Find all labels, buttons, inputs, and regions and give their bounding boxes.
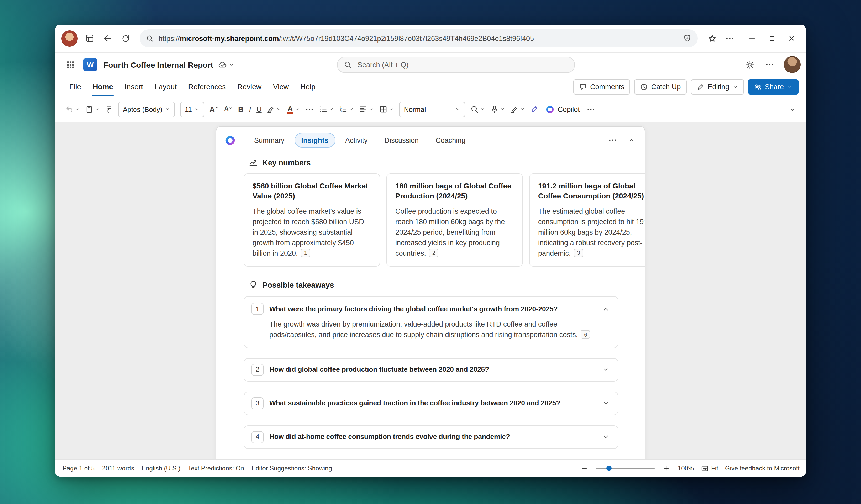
- shrink-font-button[interactable]: A: [221, 101, 235, 118]
- favorites-icon[interactable]: [703, 29, 721, 47]
- font-size-select[interactable]: 11: [180, 101, 204, 117]
- zoom-in-icon[interactable]: [661, 464, 671, 473]
- undo-button[interactable]: [63, 101, 82, 118]
- key-number-card[interactable]: $580 billion Global Coffee Market Value …: [244, 173, 380, 267]
- address-bar[interactable]: https://microsoft-my.sharepoint.com/:w:/…: [140, 29, 698, 47]
- header-right-actions: [741, 53, 801, 77]
- comments-button[interactable]: Comments: [573, 79, 630, 94]
- tab-summary[interactable]: Summary: [247, 133, 291, 148]
- copilot-panel-header: Summary Insights Activity Discussion Coa…: [216, 126, 645, 148]
- more-toolbar-icon[interactable]: [584, 101, 598, 118]
- app-header: W Fourth Coffee Internal Report: [55, 53, 806, 77]
- editing-mode-button[interactable]: Editing: [691, 79, 744, 94]
- takeaway-item[interactable]: 3 What sustainable practices gained trac…: [244, 391, 618, 415]
- borders-table-button[interactable]: [377, 101, 397, 118]
- takeaway-item[interactable]: 4 How did at-home coffee consumption tre…: [244, 425, 618, 449]
- tab-coaching[interactable]: Coaching: [429, 133, 472, 148]
- browser-profile-avatar[interactable]: [62, 30, 78, 46]
- page-count[interactable]: Page 1 of 5: [63, 465, 95, 472]
- language-indicator[interactable]: English (U.S.): [141, 465, 180, 472]
- catch-up-label: Catch Up: [651, 83, 681, 91]
- key-number-card[interactable]: 180 million bags of Global Coffee Produc…: [386, 173, 523, 267]
- menu-home[interactable]: Home: [87, 77, 119, 97]
- text-predictions-toggle[interactable]: Text Predictions: On: [188, 465, 244, 472]
- menu-help[interactable]: Help: [295, 77, 321, 97]
- menu-references[interactable]: References: [182, 77, 232, 97]
- menu-review[interactable]: Review: [232, 77, 267, 97]
- fit-icon: [701, 464, 709, 472]
- account-avatar[interactable]: [784, 56, 801, 73]
- align-button[interactable]: [357, 101, 377, 118]
- document-title[interactable]: Fourth Coffee Internal Report: [104, 60, 213, 69]
- zoom-out-icon[interactable]: [579, 464, 589, 473]
- word-count[interactable]: 2011 words: [102, 465, 134, 472]
- workspaces-icon[interactable]: [81, 29, 99, 47]
- title-chevron-down-icon[interactable]: [228, 62, 235, 68]
- zoom-level[interactable]: 100%: [678, 465, 694, 472]
- word-logo-letter: W: [87, 60, 94, 69]
- search-input[interactable]: [356, 60, 568, 69]
- font-color-button[interactable]: A: [284, 101, 303, 118]
- bullets-button[interactable]: [317, 101, 337, 118]
- citation-badge[interactable]: 6: [581, 330, 590, 339]
- tab-discussion[interactable]: Discussion: [378, 133, 426, 148]
- menu-file[interactable]: File: [64, 77, 87, 97]
- takeaway-question: How did at-home coffee consumption trend…: [269, 432, 597, 441]
- zoom-slider-knob[interactable]: [606, 466, 611, 471]
- citation-badge[interactable]: 3: [574, 249, 583, 257]
- saved-status-icon: [218, 60, 227, 69]
- copilot-button[interactable]: Copilot: [542, 101, 584, 118]
- menu-view[interactable]: View: [267, 77, 295, 97]
- format-painter-button[interactable]: [102, 101, 115, 118]
- more-font-options-icon[interactable]: [303, 101, 317, 118]
- menu-layout[interactable]: Layout: [149, 77, 182, 97]
- italic-button[interactable]: I: [246, 101, 254, 118]
- minimize-button[interactable]: [742, 29, 762, 47]
- takeaway-item[interactable]: 1 What were the primary factors driving …: [244, 296, 618, 348]
- citation-badge[interactable]: 2: [429, 249, 439, 257]
- refresh-icon[interactable]: [117, 29, 134, 47]
- app-launcher-waffle-icon[interactable]: [62, 56, 79, 73]
- settings-gear-icon[interactable]: [741, 56, 758, 73]
- draw-tools-button[interactable]: [508, 101, 528, 118]
- expand-chevron-down-icon[interactable]: [602, 399, 610, 407]
- close-button[interactable]: [782, 29, 802, 47]
- numbering-button[interactable]: [337, 101, 357, 118]
- share-button[interactable]: Share: [748, 79, 798, 94]
- expand-chevron-down-icon[interactable]: [602, 433, 610, 440]
- ribbon-options-chevron-icon[interactable]: [787, 101, 798, 118]
- tab-activity[interactable]: Activity: [338, 133, 374, 148]
- styles-select[interactable]: Normal: [399, 101, 465, 117]
- site-permissions-icon[interactable]: [683, 34, 692, 42]
- maximize-button[interactable]: [762, 29, 782, 47]
- paste-button[interactable]: [82, 101, 102, 118]
- document-canvas[interactable]: Summary Insights Activity Discussion Coa…: [55, 122, 806, 459]
- editor-suggestions-toggle[interactable]: Editor Suggestions: Showing: [251, 465, 332, 472]
- card-title: 180 million bags of Global Coffee Produc…: [395, 181, 514, 201]
- search-box[interactable]: [337, 57, 575, 73]
- expand-chevron-down-icon[interactable]: [602, 366, 610, 373]
- dictate-button[interactable]: [488, 101, 508, 118]
- grow-font-button[interactable]: A: [207, 101, 221, 118]
- tab-insights[interactable]: Insights: [295, 133, 336, 148]
- browser-more-icon[interactable]: [721, 29, 739, 47]
- zoom-slider[interactable]: [596, 468, 655, 469]
- font-name-select[interactable]: Aptos (Body): [118, 101, 175, 117]
- catch-up-button[interactable]: Catch Up: [634, 79, 687, 94]
- collapse-chevron-up-icon[interactable]: [602, 305, 610, 313]
- underline-button[interactable]: U: [254, 101, 264, 118]
- find-button[interactable]: [468, 101, 488, 118]
- takeaway-item[interactable]: 2 How did global coffee production fluct…: [244, 358, 618, 381]
- menu-insert[interactable]: Insert: [119, 77, 149, 97]
- key-number-card[interactable]: 191.2 million bags of Global Coffee Cons…: [529, 173, 645, 267]
- highlight-button[interactable]: [264, 101, 284, 118]
- back-icon[interactable]: [99, 29, 117, 47]
- fit-button[interactable]: Fit: [701, 464, 718, 472]
- bold-button[interactable]: B: [235, 101, 246, 118]
- editor-button[interactable]: [528, 101, 542, 118]
- panel-collapse-icon[interactable]: [627, 135, 636, 145]
- citation-badge[interactable]: 1: [301, 249, 310, 257]
- header-more-icon[interactable]: [761, 56, 779, 73]
- panel-more-icon[interactable]: [607, 134, 618, 146]
- feedback-link[interactable]: Give feedback to Microsoft: [725, 465, 800, 472]
